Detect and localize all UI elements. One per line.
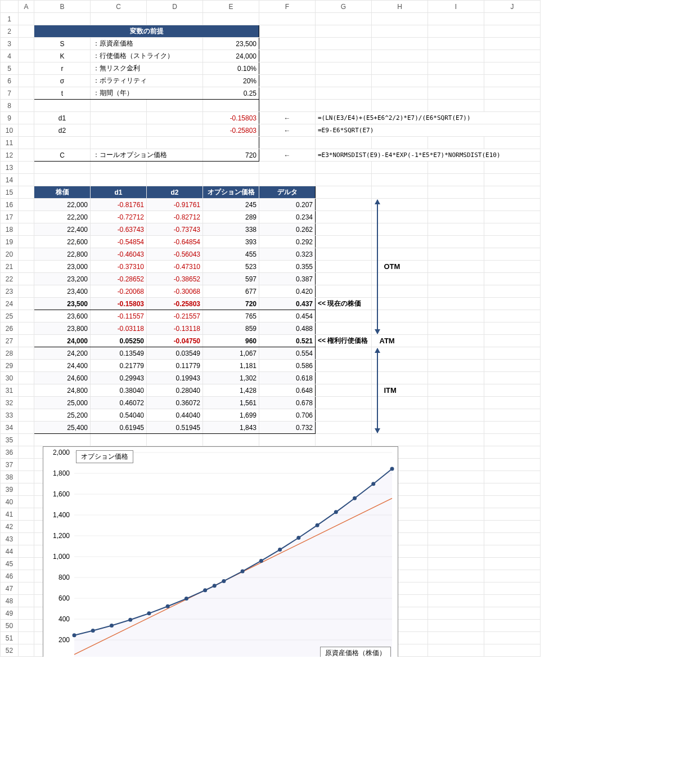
cell-E13[interactable]	[203, 162, 259, 174]
cell-E23[interactable]: 677	[203, 285, 259, 298]
cell-D33[interactable]: 0.44040	[147, 409, 203, 422]
row-header-51[interactable]: 51	[1, 632, 19, 644]
cell-J34[interactable]	[484, 422, 541, 434]
cell-I50[interactable]	[428, 620, 484, 632]
cell-C7[interactable]: ：期間（年）	[91, 87, 203, 100]
cell-C4[interactable]: ：行使価格（ストライク）	[91, 50, 203, 62]
cell-E4[interactable]: 24,000	[203, 50, 259, 62]
cell-F24[interactable]: 0.437	[259, 298, 316, 310]
cell-J16[interactable]	[484, 199, 541, 211]
cell-B22[interactable]: 23,200	[34, 273, 91, 285]
cell-I14[interactable]	[428, 174, 484, 186]
cell-I51[interactable]	[428, 632, 484, 644]
cell-B33[interactable]: 25,200	[34, 409, 91, 422]
cell-F31[interactable]: 0.648	[259, 384, 316, 397]
cell-G18[interactable]	[316, 223, 372, 236]
cell-E31[interactable]: 1,428	[203, 384, 259, 397]
cell-F16[interactable]: 0.207	[259, 199, 316, 211]
row-header-13[interactable]: 13	[1, 162, 19, 174]
row-header-9[interactable]: 9	[1, 112, 19, 124]
cell-B19[interactable]: 22,600	[34, 236, 91, 248]
cell-I13[interactable]	[428, 162, 484, 174]
cell-C18[interactable]: -0.63743	[91, 223, 147, 236]
cell-B21[interactable]: 23,000	[34, 261, 91, 273]
cell-G4[interactable]	[316, 50, 372, 62]
cell-D27[interactable]: -0.04750	[147, 335, 203, 347]
cell-F1[interactable]	[259, 13, 316, 25]
row-header-23[interactable]: 23	[1, 285, 19, 298]
cell-D10[interactable]	[147, 124, 203, 137]
cell-E15[interactable]: オプション価格	[203, 186, 259, 199]
cell-E28[interactable]: 1,067	[203, 347, 259, 360]
cell-B30[interactable]: 24,600	[34, 372, 91, 384]
cell-B14[interactable]	[34, 174, 91, 186]
row-header-52[interactable]: 52	[1, 644, 19, 657]
row-header-41[interactable]: 41	[1, 508, 19, 521]
row-header-15[interactable]: 15	[1, 186, 19, 199]
cell-I1[interactable]	[428, 13, 484, 25]
cell-B3[interactable]: S	[34, 38, 91, 50]
cell-H32[interactable]	[372, 397, 428, 409]
cell-I45[interactable]	[428, 558, 484, 570]
cell-G7[interactable]	[316, 87, 372, 100]
cell-C21[interactable]: -0.37310	[91, 261, 147, 273]
cell-J7[interactable]	[484, 87, 541, 100]
cell-E10[interactable]: -0.25803	[203, 124, 259, 137]
cell-H16[interactable]	[372, 199, 428, 211]
cell-G5[interactable]	[316, 62, 372, 75]
cell-B28[interactable]: 24,200	[34, 347, 91, 360]
cell-B26[interactable]: 23,800	[34, 322, 91, 335]
cell-E20[interactable]: 455	[203, 248, 259, 261]
cell-A28[interactable]	[19, 347, 34, 360]
cell-J14[interactable]	[484, 174, 541, 186]
cell-G10[interactable]: =E9-E6*SQRT(E7)	[316, 124, 541, 137]
cell-B11[interactable]	[34, 137, 91, 149]
cell-G8[interactable]	[316, 100, 372, 112]
cell-D18[interactable]: -0.73743	[147, 223, 203, 236]
cell-E11[interactable]	[203, 137, 259, 149]
cell-J44[interactable]	[484, 545, 541, 558]
cell-E8[interactable]	[203, 100, 259, 112]
cell-B9[interactable]: d1	[34, 112, 91, 124]
cell-F14[interactable]	[259, 174, 316, 186]
cell-B10[interactable]: d2	[34, 124, 91, 137]
row-header-8[interactable]: 8	[1, 100, 19, 112]
cell-F8[interactable]	[259, 100, 316, 112]
row-header-35[interactable]: 35	[1, 434, 19, 446]
cell-G1[interactable]	[316, 13, 372, 25]
cell-J31[interactable]	[484, 384, 541, 397]
row-header-25[interactable]: 25	[1, 310, 19, 322]
cell-C22[interactable]: -0.28652	[91, 273, 147, 285]
cell-J41[interactable]	[484, 508, 541, 521]
cell-A12[interactable]	[19, 149, 34, 162]
cell-F28[interactable]: 0.554	[259, 347, 316, 360]
cell-I46[interactable]	[428, 570, 484, 583]
cell-I33[interactable]	[428, 409, 484, 422]
row-header-17[interactable]: 17	[1, 211, 19, 223]
cell-J1[interactable]	[484, 13, 541, 25]
cell-I2[interactable]	[428, 25, 484, 38]
cell-B15[interactable]: 株価	[34, 186, 91, 199]
cell-H29[interactable]	[372, 360, 428, 372]
cell-B25[interactable]: 23,600	[34, 310, 91, 322]
cell-B23[interactable]: 23,400	[34, 285, 91, 298]
cell-J45[interactable]	[484, 558, 541, 570]
cell-G12[interactable]: =E3*NORMSDIST(E9)-E4*EXP(-1*E5*E7)*NORMS…	[316, 149, 541, 162]
cell-B24[interactable]: 23,500	[34, 298, 91, 310]
cell-F29[interactable]: 0.586	[259, 360, 316, 372]
cell-C1[interactable]	[91, 13, 147, 25]
cell-E16[interactable]: 245	[203, 199, 259, 211]
cell-D23[interactable]: -0.30068	[147, 285, 203, 298]
cell-F15[interactable]: デルタ	[259, 186, 316, 199]
cell-C17[interactable]: -0.72712	[91, 211, 147, 223]
cell-J13[interactable]	[484, 162, 541, 174]
cell-I35[interactable]	[428, 434, 484, 446]
cell-I52[interactable]	[428, 644, 484, 657]
cell-A3[interactable]	[19, 38, 34, 50]
cell-B20[interactable]: 22,800	[34, 248, 91, 261]
cell-G13[interactable]	[316, 162, 372, 174]
cell-I47[interactable]	[428, 583, 484, 595]
cell-J8[interactable]	[484, 100, 541, 112]
cell-I36[interactable]	[428, 446, 484, 459]
cell-C28[interactable]: 0.13549	[91, 347, 147, 360]
